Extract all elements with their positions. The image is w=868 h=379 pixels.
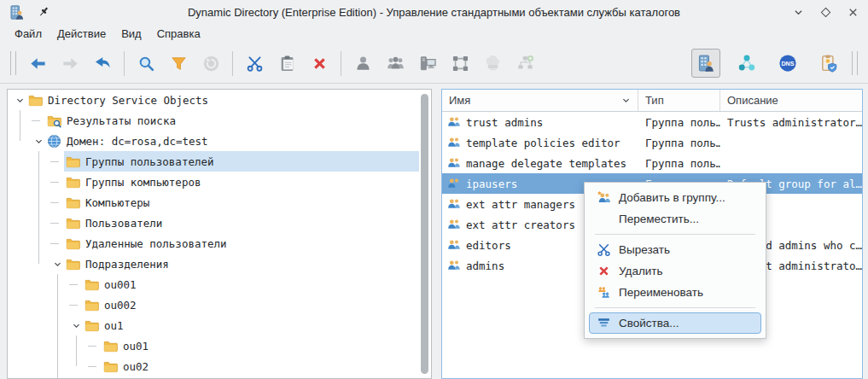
tree-guide-line [20, 110, 20, 141]
tree-item-search-results[interactable]: Результаты поиска [8, 110, 431, 131]
folder-icon [66, 195, 80, 210]
minimize-button[interactable] [792, 6, 805, 19]
tree-expander[interactable] [69, 318, 83, 332]
delete-icon [311, 55, 329, 73]
paste-button[interactable] [272, 49, 301, 78]
menu-view[interactable]: Вид [114, 26, 149, 42]
tree-guide-line [38, 151, 39, 264]
add-network-icon [451, 55, 469, 73]
cell-description: Trusts administrator… [720, 116, 862, 129]
column-header-name[interactable]: Имя [442, 90, 638, 111]
column-header-type[interactable]: Тип [638, 90, 720, 111]
table-row-template-policies-editor[interactable]: template policies editorГруппа поль… [442, 132, 862, 153]
tree-scrollbar[interactable] [421, 91, 429, 376]
tree-guide-line [57, 274, 58, 379]
delete-button[interactable] [305, 49, 334, 78]
cell-type: Группа поль… [638, 157, 720, 170]
cell-name: trust admins [466, 116, 543, 129]
undo-button[interactable] [88, 49, 117, 78]
tree-item-ou1[interactable]: ou1 [8, 315, 431, 335]
add-user-button[interactable] [348, 49, 377, 78]
topology-view-button[interactable] [732, 49, 761, 78]
folder-icon [84, 277, 99, 292]
add-group-button[interactable] [381, 49, 410, 78]
menu-help[interactable]: Справка [149, 26, 208, 42]
tree-item-computers[interactable]: Компьютеры [8, 192, 431, 213]
context-menu-item-cut[interactable]: Вырезать [589, 239, 761, 260]
tree-item-deleted-users[interactable]: Удаленные пользователи [8, 233, 431, 254]
context-menu-item-delete[interactable]: Удалить [589, 260, 761, 282]
cell-name: template policies editor [466, 137, 620, 149]
back-button[interactable] [23, 49, 52, 78]
tree-item-directory-service-objects[interactable]: Directory Service Objects [8, 90, 431, 110]
toolbar: DNS [0, 44, 868, 84]
context-menu-item-move[interactable]: Переместить... [589, 208, 761, 230]
maximize-button[interactable] [819, 6, 832, 19]
context-menu: Добавить в группу...Переместить...Выреза… [584, 182, 766, 339]
cell-name: manage delegate templates [466, 157, 626, 170]
tree-expander[interactable] [50, 257, 64, 271]
menu-file[interactable]: Файл [7, 26, 50, 42]
cut-button[interactable] [240, 49, 269, 78]
table-row-manage-delegate-templates[interactable]: manage delegate templatesГруппа поль… [442, 153, 862, 173]
context-menu-item-add-to-group[interactable]: Добавить в группу... [589, 187, 761, 208]
search-button[interactable] [131, 49, 160, 78]
cell-name: ipausers [466, 178, 517, 190]
menu-action[interactable]: Действие [50, 26, 114, 42]
add-computer-button[interactable] [413, 49, 442, 78]
add-user-icon [354, 55, 372, 73]
tree-item-organizational-units[interactable]: Подразделения [8, 254, 431, 274]
users-group-icon [447, 177, 461, 190]
add-network-button[interactable] [446, 49, 475, 78]
tree-branch-tick [32, 120, 40, 121]
pin-icon[interactable] [37, 5, 50, 19]
diamond-icon [819, 6, 832, 19]
column-header-description[interactable]: Описание [720, 90, 862, 111]
close-button[interactable] [847, 6, 859, 19]
folder-icon [66, 257, 80, 271]
tree-item-label: ou02 [123, 360, 149, 373]
context-menu-item-properties[interactable]: Свойства... [589, 312, 761, 334]
toolbar-grip[interactable] [10, 51, 16, 75]
cell-name: ext attr creators [466, 219, 575, 231]
users-group-icon [447, 238, 461, 252]
tree-branch-tick [50, 243, 59, 244]
cell-name: editors [466, 239, 511, 252]
tree-branch-tick [88, 366, 96, 367]
tree-item-ou002[interactable]: ou002 [8, 294, 431, 315]
tree-expander[interactable] [32, 134, 45, 148]
column-header-label: Описание [727, 94, 778, 107]
tree-item-domain[interactable]: Домен: dc=rosa,dc=test [8, 131, 431, 151]
folder-icon [103, 339, 118, 353]
add-group-icon [387, 55, 405, 73]
toolbar-grip[interactable] [852, 51, 858, 75]
policy-view-button[interactable] [814, 49, 843, 78]
tree-item-users[interactable]: Пользователи [8, 213, 431, 233]
tree-item-ou001[interactable]: ou001 [8, 274, 431, 294]
expander-icon [52, 259, 63, 270]
tree-expander[interactable] [13, 93, 26, 107]
filter-button[interactable] [164, 49, 193, 78]
search-icon [137, 55, 155, 73]
table-row-trust-admins[interactable]: trust adminsГруппа поль…Trusts administr… [442, 112, 862, 132]
context-menu-item-label: Свойства... [619, 317, 679, 329]
tree-item-ou01[interactable]: ou01 [8, 335, 431, 356]
context-menu-item-rename[interactable]: Переименовать [589, 282, 761, 303]
tree-item-user-groups[interactable]: Группы пользователей [8, 151, 431, 172]
undo-icon [94, 55, 112, 73]
tree-branch-tick [50, 223, 59, 224]
cell-name: ext attr managers [466, 198, 575, 211]
cell-type: Группа поль… [638, 137, 720, 149]
tree-panel: Directory Service ObjectsРезультаты поис… [7, 89, 432, 379]
scrollbar-thumb[interactable] [421, 94, 428, 374]
expander-icon [33, 136, 44, 147]
dns-view-button[interactable]: DNS [773, 49, 802, 78]
domain-view-button[interactable] [691, 49, 720, 78]
titlebar[interactable]: Dynamic Directory (Enterprise Edition) -… [0, 0, 868, 24]
tree-item-computer-groups[interactable]: Группы компьютеров [8, 172, 431, 192]
forward-icon [61, 55, 79, 73]
rename-icon [597, 285, 611, 300]
tree-item-ou02[interactable]: ou02 [8, 356, 431, 376]
domain-view-icon [696, 54, 715, 73]
properties-icon [597, 316, 611, 330]
